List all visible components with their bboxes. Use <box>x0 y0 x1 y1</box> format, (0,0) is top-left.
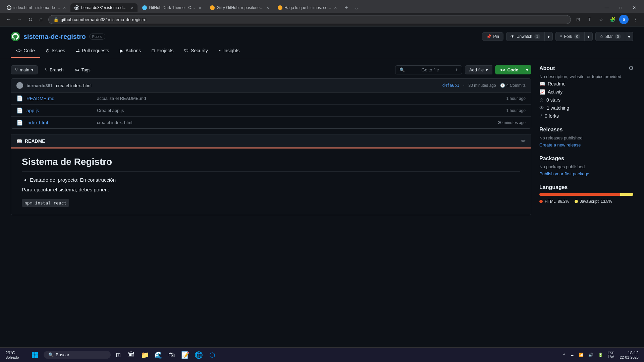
lang-item-js[interactable]: JavaScript 13.8% <box>575 199 612 204</box>
extensions-button[interactable]: 🧩 <box>608 15 617 24</box>
tab-2[interactable]: bernardo381/sistema-de-regist... ✕ <box>70 3 138 12</box>
sidebar-watching-stat[interactable]: 👁 1 watching <box>539 105 633 111</box>
lang-segment-html <box>539 193 620 196</box>
tab-3[interactable]: GitHub Dark Theme - Chrome V... ✕ <box>138 3 205 12</box>
pin-button[interactable]: 📌 Pin <box>482 32 503 41</box>
unwatch-dropdown[interactable]: ▾ <box>545 32 553 41</box>
tab-security[interactable]: 🛡 Security <box>179 44 213 58</box>
readme-edit-button[interactable]: ✏ <box>521 138 526 144</box>
tab-code[interactable]: <> Code <box>11 44 40 58</box>
languages-title: Languages <box>539 184 633 190</box>
new-tab-button[interactable]: + <box>341 3 351 13</box>
tab-5[interactable]: Haga lo que hicimos: commit, v... ✕ <box>274 3 341 12</box>
settings-icon[interactable]: ⚙ <box>629 65 633 71</box>
file-name-indexhtml[interactable]: index.html <box>26 120 94 125</box>
commit-author-name[interactable]: bernardo381 <box>26 83 53 88</box>
file-name-appjs[interactable]: app.js <box>26 108 94 113</box>
tab-overflow-button[interactable]: ⌄ <box>352 3 361 12</box>
code-label: Code <box>507 67 519 72</box>
fork-label: Fork <box>564 34 572 39</box>
readme-body: Sistema de Registro Esatado del proyecto… <box>11 148 531 215</box>
close-button[interactable]: ✕ <box>627 3 641 12</box>
tab-close-2[interactable]: ✕ <box>131 6 133 10</box>
branch-selector[interactable]: ⑂ main ▾ <box>11 65 38 74</box>
system-tray: ^ ☁ 📶 🔊 🔋 <box>561 351 605 352</box>
back-button[interactable]: ← <box>4 15 13 24</box>
tab-actions[interactable]: ▶ Actions <box>114 44 146 58</box>
branch-chevron-icon: ▾ <box>31 67 34 72</box>
tab-projects[interactable]: □ Projects <box>146 44 179 58</box>
tab-close-1[interactable]: ✕ <box>63 6 66 10</box>
tab-close-5[interactable]: ✕ <box>334 6 337 10</box>
tab-insights[interactable]: ~ Insights <box>213 44 245 58</box>
file-row-readme[interactable]: 📄 README.md actualiza el README.md 1 hou… <box>11 93 531 105</box>
keyboard-layout[interactable]: ESP LAA <box>606 351 616 352</box>
menu-button[interactable]: ⋮ <box>631 15 640 24</box>
lang-item-html[interactable]: HTML 86.2% <box>539 199 569 204</box>
profile-avatar[interactable]: b <box>619 15 629 24</box>
create-release-link[interactable]: Create a new release <box>539 142 633 147</box>
taskbar-app-chrome[interactable]: 🌐 <box>193 349 205 352</box>
commit-hash[interactable]: d4fa6b1 <box>442 83 460 88</box>
chevron-up-icon[interactable]: ^ <box>561 351 567 352</box>
tags-button[interactable]: 🏷 Tags <box>70 65 95 74</box>
fork-dropdown[interactable]: ▾ <box>585 32 593 41</box>
branch-button[interactable]: ⑂ Branch <box>41 65 68 74</box>
projects-nav-icon: □ <box>152 48 154 53</box>
file-row-indexhtml[interactable]: 📄 index.html crea el index. html 30 minu… <box>11 117 531 128</box>
repo-name[interactable]: sistema-de-registro <box>23 33 86 41</box>
sidebar-readme-link[interactable]: 📖 Readme <box>539 81 633 86</box>
code-button[interactable]: <> Code <box>495 65 523 74</box>
taskbar-app-app1[interactable]: 📝 <box>179 349 191 352</box>
tab-issues[interactable]: ⊙ Issues <box>40 44 70 58</box>
taskbar-search[interactable]: 🔍 Buscar <box>44 351 111 352</box>
sidebar-forks-stat[interactable]: ⑂ 0 forks <box>539 113 633 119</box>
reload-button[interactable]: ↻ <box>25 15 35 24</box>
tab-4[interactable]: Git y GitHub: repositorio, com... ✕ <box>206 3 273 12</box>
battery-icon[interactable]: 🔋 <box>596 351 605 352</box>
packages-subtitle: No packages published <box>539 164 633 169</box>
file-row-appjs[interactable]: 📄 app.js Crea el app.js 1 hour ago <box>11 105 531 117</box>
tags-label: Tags <box>81 67 90 72</box>
translate-button[interactable]: T <box>585 15 594 24</box>
maximize-button[interactable]: □ <box>614 3 627 12</box>
star-dropdown[interactable]: ▾ <box>625 32 633 41</box>
taskbar-app-store[interactable]: 🛍 <box>166 349 178 352</box>
minimize-button[interactable]: — <box>599 3 614 12</box>
unwatch-button[interactable]: 👁 Unwatch 1 <box>506 32 545 41</box>
taskbar-task-view[interactable]: ⊞ <box>112 349 124 352</box>
go-to-file-button[interactable]: 🔍 Go to file t <box>395 65 462 74</box>
taskbar-app-vscode[interactable]: ⬡ <box>206 349 218 352</box>
taskbar-clock[interactable]: 18:12 22-01-2025 <box>617 350 641 352</box>
tab-pull-requests[interactable]: ⇄ Pull requests <box>70 44 114 58</box>
taskbar-app-files[interactable]: 📁 <box>139 349 151 352</box>
add-file-button[interactable]: Add file ▾ <box>465 65 492 74</box>
tab-1[interactable]: index.html - sistema-de-registr... ✕ <box>3 3 70 12</box>
star-sidebar-icon: ☆ <box>539 97 544 103</box>
readme-heading: Sistema de Registro <box>22 157 520 172</box>
code-dropdown[interactable]: ▾ <box>523 65 531 74</box>
fork-button[interactable]: ⑂ Fork 0 <box>555 32 585 41</box>
file-name-readme[interactable]: README.md <box>26 96 94 101</box>
cloud-icon[interactable]: ☁ <box>568 351 576 352</box>
tab-close-3[interactable]: ✕ <box>199 6 201 10</box>
tab-close-4[interactable]: ✕ <box>266 6 269 10</box>
publish-package-link[interactable]: Publish your first package <box>539 171 633 176</box>
commits-link[interactable]: 🕐 4 Commits <box>500 83 526 88</box>
star-button[interactable]: ☆ Star 0 <box>595 32 625 41</box>
taskbar-app-explorer[interactable]: 🏛 <box>125 349 138 352</box>
url-bar[interactable]: 🔒 github.com/bernardo381/sistema-de-regi… <box>48 15 571 24</box>
weather-widget[interactable]: 29°C Soleado <box>3 350 26 352</box>
sidebar-stars-stat[interactable]: ☆ 0 stars <box>539 97 633 103</box>
screen-cast-button[interactable]: ⊡ <box>574 15 583 24</box>
volume-icon[interactable]: 🔊 <box>586 351 595 352</box>
sidebar-activity-link[interactable]: 📈 Activity <box>539 89 633 95</box>
forward-button[interactable]: → <box>15 15 24 24</box>
taskbar-right: ^ ☁ 📶 🔊 🔋 ESP LAA 18:12 22-01-2025 <box>561 350 641 352</box>
wifi-icon[interactable]: 📶 <box>577 351 586 352</box>
bookmark-button[interactable]: ☆ <box>596 15 606 24</box>
start-button[interactable] <box>28 349 42 352</box>
home-button[interactable]: ⌂ <box>36 15 46 24</box>
fork-icon: ⑂ <box>560 34 562 39</box>
taskbar-app-edge[interactable]: 🌊 <box>152 349 164 352</box>
